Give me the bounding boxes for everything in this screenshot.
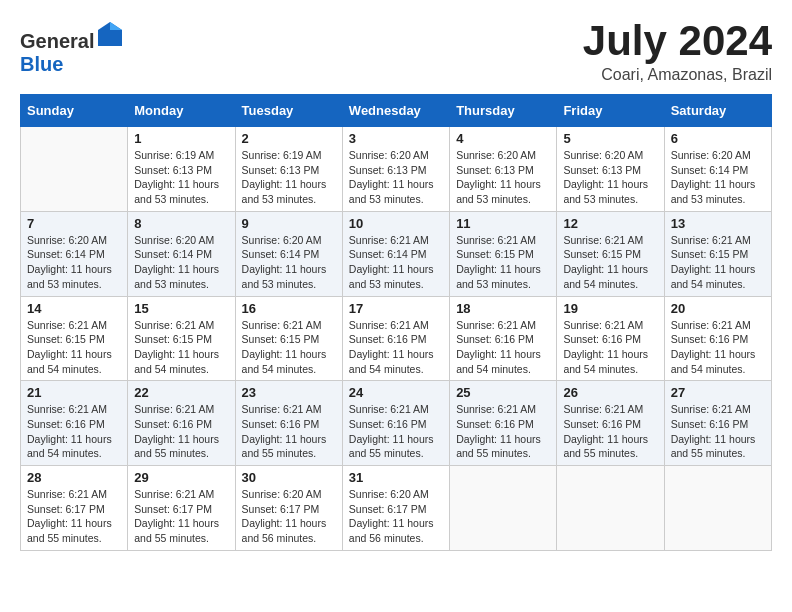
day-info: Sunrise: 6:21 AMSunset: 6:15 PMDaylight:… [27,318,121,377]
title-section: July 2024 Coari, Amazonas, Brazil [583,20,772,84]
day-number: 6 [671,131,765,146]
day-info: Sunrise: 6:21 AMSunset: 6:16 PMDaylight:… [671,402,765,461]
day-number: 28 [27,470,121,485]
day-info: Sunrise: 6:20 AMSunset: 6:17 PMDaylight:… [242,487,336,546]
calendar-week-5: 28Sunrise: 6:21 AMSunset: 6:17 PMDayligh… [21,466,772,551]
day-number: 5 [563,131,657,146]
weekday-header-saturday: Saturday [664,95,771,127]
day-number: 8 [134,216,228,231]
day-info: Sunrise: 6:20 AMSunset: 6:17 PMDaylight:… [349,487,443,546]
day-number: 12 [563,216,657,231]
day-number: 24 [349,385,443,400]
calendar-cell: 31Sunrise: 6:20 AMSunset: 6:17 PMDayligh… [342,466,449,551]
day-info: Sunrise: 6:20 AMSunset: 6:13 PMDaylight:… [456,148,550,207]
day-number: 15 [134,301,228,316]
day-number: 29 [134,470,228,485]
location-title: Coari, Amazonas, Brazil [583,66,772,84]
day-number: 1 [134,131,228,146]
day-info: Sunrise: 6:21 AMSunset: 6:16 PMDaylight:… [242,402,336,461]
calendar-week-1: 1Sunrise: 6:19 AMSunset: 6:13 PMDaylight… [21,127,772,212]
weekday-header-wednesday: Wednesday [342,95,449,127]
day-info: Sunrise: 6:21 AMSunset: 6:17 PMDaylight:… [27,487,121,546]
day-number: 13 [671,216,765,231]
calendar-cell: 1Sunrise: 6:19 AMSunset: 6:13 PMDaylight… [128,127,235,212]
calendar-cell: 17Sunrise: 6:21 AMSunset: 6:16 PMDayligh… [342,296,449,381]
day-number: 3 [349,131,443,146]
calendar-cell: 24Sunrise: 6:21 AMSunset: 6:16 PMDayligh… [342,381,449,466]
logo-text: General Blue [20,20,124,76]
calendar-cell: 22Sunrise: 6:21 AMSunset: 6:16 PMDayligh… [128,381,235,466]
day-info: Sunrise: 6:20 AMSunset: 6:13 PMDaylight:… [349,148,443,207]
day-info: Sunrise: 6:21 AMSunset: 6:17 PMDaylight:… [134,487,228,546]
logo: General Blue [20,20,124,76]
day-info: Sunrise: 6:21 AMSunset: 6:16 PMDaylight:… [563,318,657,377]
day-info: Sunrise: 6:20 AMSunset: 6:14 PMDaylight:… [27,233,121,292]
calendar-cell: 28Sunrise: 6:21 AMSunset: 6:17 PMDayligh… [21,466,128,551]
calendar-table: SundayMondayTuesdayWednesdayThursdayFrid… [20,94,772,551]
calendar-cell: 7Sunrise: 6:20 AMSunset: 6:14 PMDaylight… [21,211,128,296]
weekday-header-friday: Friday [557,95,664,127]
calendar-cell [664,466,771,551]
day-info: Sunrise: 6:21 AMSunset: 6:16 PMDaylight:… [456,402,550,461]
calendar-cell: 25Sunrise: 6:21 AMSunset: 6:16 PMDayligh… [450,381,557,466]
calendar-week-2: 7Sunrise: 6:20 AMSunset: 6:14 PMDaylight… [21,211,772,296]
calendar-cell: 29Sunrise: 6:21 AMSunset: 6:17 PMDayligh… [128,466,235,551]
day-number: 7 [27,216,121,231]
day-info: Sunrise: 6:21 AMSunset: 6:16 PMDaylight:… [349,402,443,461]
day-info: Sunrise: 6:21 AMSunset: 6:15 PMDaylight:… [671,233,765,292]
calendar-cell: 16Sunrise: 6:21 AMSunset: 6:15 PMDayligh… [235,296,342,381]
day-info: Sunrise: 6:21 AMSunset: 6:16 PMDaylight:… [456,318,550,377]
day-info: Sunrise: 6:19 AMSunset: 6:13 PMDaylight:… [242,148,336,207]
day-number: 21 [27,385,121,400]
day-info: Sunrise: 6:21 AMSunset: 6:16 PMDaylight:… [134,402,228,461]
day-number: 14 [27,301,121,316]
day-number: 22 [134,385,228,400]
logo-general: General [20,30,94,52]
day-info: Sunrise: 6:21 AMSunset: 6:16 PMDaylight:… [27,402,121,461]
calendar-cell: 13Sunrise: 6:21 AMSunset: 6:15 PMDayligh… [664,211,771,296]
calendar-cell [450,466,557,551]
calendar-cell: 4Sunrise: 6:20 AMSunset: 6:13 PMDaylight… [450,127,557,212]
calendar-week-3: 14Sunrise: 6:21 AMSunset: 6:15 PMDayligh… [21,296,772,381]
calendar-week-4: 21Sunrise: 6:21 AMSunset: 6:16 PMDayligh… [21,381,772,466]
day-info: Sunrise: 6:20 AMSunset: 6:13 PMDaylight:… [563,148,657,207]
logo-icon [96,20,124,48]
calendar-cell: 11Sunrise: 6:21 AMSunset: 6:15 PMDayligh… [450,211,557,296]
day-number: 2 [242,131,336,146]
weekday-header-tuesday: Tuesday [235,95,342,127]
calendar-cell: 14Sunrise: 6:21 AMSunset: 6:15 PMDayligh… [21,296,128,381]
day-number: 17 [349,301,443,316]
day-info: Sunrise: 6:20 AMSunset: 6:14 PMDaylight:… [671,148,765,207]
weekday-header-row: SundayMondayTuesdayWednesdayThursdayFrid… [21,95,772,127]
day-number: 10 [349,216,443,231]
day-info: Sunrise: 6:21 AMSunset: 6:15 PMDaylight:… [242,318,336,377]
day-number: 9 [242,216,336,231]
calendar-cell: 19Sunrise: 6:21 AMSunset: 6:16 PMDayligh… [557,296,664,381]
day-number: 27 [671,385,765,400]
weekday-header-monday: Monday [128,95,235,127]
svg-marker-1 [110,22,122,30]
calendar-cell: 5Sunrise: 6:20 AMSunset: 6:13 PMDaylight… [557,127,664,212]
calendar-cell: 26Sunrise: 6:21 AMSunset: 6:16 PMDayligh… [557,381,664,466]
weekday-header-thursday: Thursday [450,95,557,127]
day-info: Sunrise: 6:20 AMSunset: 6:14 PMDaylight:… [134,233,228,292]
page-header: General Blue July 2024 Coari, Amazonas, … [20,20,772,84]
calendar-cell: 12Sunrise: 6:21 AMSunset: 6:15 PMDayligh… [557,211,664,296]
calendar-cell: 15Sunrise: 6:21 AMSunset: 6:15 PMDayligh… [128,296,235,381]
day-number: 23 [242,385,336,400]
weekday-header-sunday: Sunday [21,95,128,127]
day-info: Sunrise: 6:21 AMSunset: 6:15 PMDaylight:… [456,233,550,292]
calendar-cell: 6Sunrise: 6:20 AMSunset: 6:14 PMDaylight… [664,127,771,212]
day-info: Sunrise: 6:19 AMSunset: 6:13 PMDaylight:… [134,148,228,207]
day-info: Sunrise: 6:21 AMSunset: 6:16 PMDaylight:… [563,402,657,461]
day-info: Sunrise: 6:20 AMSunset: 6:14 PMDaylight:… [242,233,336,292]
calendar-cell [21,127,128,212]
calendar-cell: 21Sunrise: 6:21 AMSunset: 6:16 PMDayligh… [21,381,128,466]
day-number: 25 [456,385,550,400]
logo-blue: Blue [20,53,63,75]
day-number: 11 [456,216,550,231]
day-number: 26 [563,385,657,400]
day-number: 18 [456,301,550,316]
day-info: Sunrise: 6:21 AMSunset: 6:16 PMDaylight:… [671,318,765,377]
calendar-cell: 9Sunrise: 6:20 AMSunset: 6:14 PMDaylight… [235,211,342,296]
